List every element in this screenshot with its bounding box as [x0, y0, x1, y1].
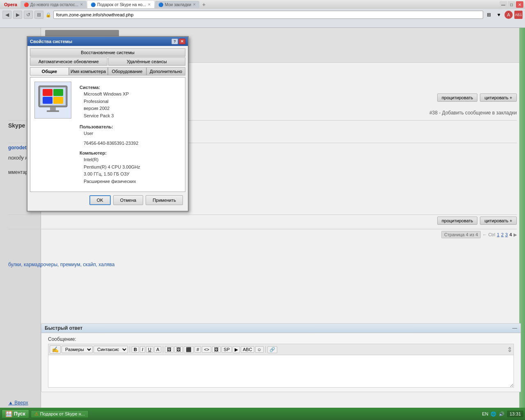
svg-rect-6: [50, 107, 56, 110]
os-edition: Professional: [84, 98, 181, 105]
tab-hardware[interactable]: Оборудование: [108, 67, 147, 75]
svg-rect-2: [43, 89, 52, 96]
system-icon: [34, 82, 71, 119]
dialog-close-button[interactable]: ✕: [179, 39, 185, 44]
tab-advanced[interactable]: Дополнительно: [146, 67, 185, 75]
svg-rect-5: [53, 97, 63, 104]
dialog-footer: OK Отмена Применить: [30, 192, 185, 208]
tab-restore[interactable]: Восстановление системы: [30, 48, 185, 57]
svg-rect-3: [53, 89, 63, 96]
phys-ext: Расширение физических: [84, 178, 181, 185]
tab-computer-name[interactable]: Имя компьютера: [69, 67, 108, 75]
tab-hardware-label: Оборудование: [112, 69, 142, 74]
system-info: Система: Microsoft Windows XP Profession…: [80, 85, 181, 185]
section-computer-label: Компьютер:: [80, 151, 181, 155]
os-name: Microsoft Windows XP: [84, 91, 181, 98]
dialog-body: Восстановление системы Автоматическое об…: [27, 46, 188, 211]
cpu-brand: Intel(R): [84, 156, 181, 164]
tab-autoupdate-label: Автоматическое обновление: [39, 59, 99, 64]
section-system-label: Система:: [80, 85, 181, 90]
cpu-ram: 3.00 ГГц, 1.50 ГБ ОЗУ: [84, 171, 181, 178]
tab-autoupdate[interactable]: Автоматическое обновление: [30, 57, 107, 66]
monitor-svg: [37, 85, 69, 116]
dialog-overlay: Свойства системы ? ✕ Восстановление сист…: [0, 0, 525, 420]
apply-button[interactable]: Применить: [146, 195, 183, 205]
cpu-model: Pentium(R) 4 CPU 3.00GHz: [84, 164, 181, 171]
tab-remote[interactable]: Удалённые сеансы: [108, 57, 186, 66]
dialog-title: Свойства системы: [30, 39, 171, 44]
dialog-main-tabs: Общие Имя компьютера Оборудование Дополн…: [30, 67, 185, 75]
tab-remote-label: Удалённые сеансы: [127, 59, 167, 64]
tab-general-label: Общие: [42, 69, 57, 74]
ok-button[interactable]: OK: [89, 195, 111, 205]
tab-restore-label: Восстановление системы: [81, 50, 135, 55]
os-version: версия 2002: [84, 105, 181, 112]
system-properties-dialog: Свойства системы ? ✕ Восстановление сист…: [27, 36, 189, 212]
tab-advanced-label: Дополнительно: [150, 69, 182, 74]
computer-info: Intel(R) Pentium(R) 4 CPU 3.00GHz 3.00 Г…: [84, 156, 181, 185]
serial-number: 76456-640-8365391-23392: [84, 141, 181, 146]
system-os: Microsoft Windows XP Professional версия…: [84, 91, 181, 119]
tab-general[interactable]: Общие: [30, 67, 69, 75]
dialog-titlebar: Свойства системы ? ✕: [27, 37, 188, 46]
svg-rect-4: [43, 97, 52, 104]
username: User: [84, 130, 181, 137]
dialog-content: Система: Microsoft Windows XP Profession…: [30, 77, 185, 192]
svg-rect-7: [47, 110, 59, 112]
user-info: User: [84, 130, 181, 137]
dialog-titlebar-buttons: ? ✕: [171, 39, 185, 44]
tab-computername-label: Имя компьютера: [71, 69, 106, 74]
cancel-button[interactable]: Отмена: [113, 195, 143, 205]
dialog-help-button[interactable]: ?: [171, 39, 178, 44]
dialog-top-tabs: Восстановление системы Автоматическое об…: [30, 48, 185, 66]
section-user-label: Пользователь:: [80, 124, 181, 129]
os-sp: Service Pack 3: [84, 112, 181, 120]
